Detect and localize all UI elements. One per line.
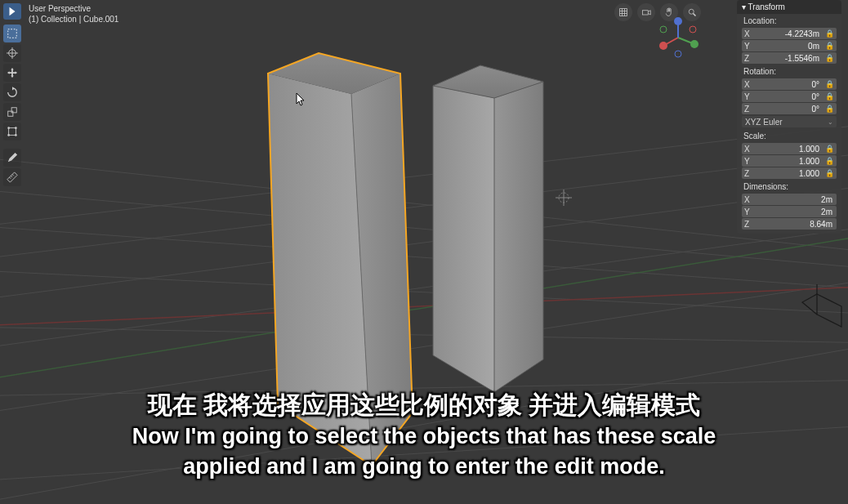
location-y-value: 0m [759, 42, 821, 51]
target-icon [7, 47, 18, 59]
svg-point-52 [690, 26, 696, 33]
tool-select-box[interactable] [3, 25, 21, 42]
location-x-field[interactable]: X -4.2243m 🔒 [742, 28, 837, 39]
grid-icon [618, 7, 628, 17]
transform-panel: ▾ Transform Location: X -4.2243m 🔒 Y 0m … [737, 0, 841, 234]
camera-icon [641, 7, 651, 17]
svg-line-9 [0, 184, 848, 302]
lock-icon[interactable]: 🔒 [824, 105, 834, 113]
svg-rect-43 [643, 11, 649, 15]
dim-y-field[interactable]: Y 2m [742, 206, 837, 217]
rotation-z-field[interactable]: Z 0° 🔒 [742, 103, 837, 114]
lock-icon[interactable]: 🔒 [824, 169, 834, 177]
object-mode-select[interactable] [3, 3, 21, 20]
rotation-mode-dropdown[interactable]: XYZ Euler ⌄ [742, 116, 837, 127]
hdr-btn-camera[interactable] [637, 3, 655, 21]
scale-y-field[interactable]: Y 1.000 🔒 [742, 155, 837, 167]
svg-rect-34 [11, 108, 16, 113]
svg-line-8 [0, 151, 848, 261]
nav-gizmo[interactable] [655, 15, 701, 60]
dim-z-field[interactable]: Z 8.64m [742, 218, 837, 230]
cursor-3d [556, 190, 572, 206]
viewport-header-text: User Perspective (1) Collection | Cube.0… [29, 3, 118, 25]
rotation-x-value: 0° [759, 80, 821, 89]
axis-label: Z [744, 220, 759, 229]
svg-point-50 [690, 40, 698, 48]
svg-line-2 [0, 225, 848, 290]
location-z-value: -1.5546m [759, 54, 821, 63]
scale-z-value: 1.000 [759, 169, 821, 178]
rotation-x-field[interactable]: X 0° 🔒 [742, 78, 837, 90]
axis-label: Z [744, 54, 759, 63]
tool-transform[interactable] [3, 123, 21, 140]
axis-label: Y [744, 207, 759, 216]
hdr-btn-grid[interactable] [614, 3, 632, 21]
svg-line-40 [10, 177, 11, 179]
toolbar-left [3, 25, 21, 186]
transform-icon [7, 126, 18, 137]
scale-label: Scale: [737, 129, 841, 142]
rotation-y-value: 0° [759, 92, 821, 101]
svg-line-4 [0, 327, 848, 343]
svg-rect-35 [9, 128, 16, 136]
select-box-icon [7, 28, 18, 39]
scale-y-value: 1.000 [759, 157, 821, 166]
rotation-label: Rotation: [737, 65, 841, 78]
dim-z-value: 8.64m [759, 220, 834, 229]
pencil-icon [7, 152, 18, 163]
svg-point-39 [15, 134, 17, 136]
lock-icon[interactable]: 🔒 [824, 92, 834, 100]
camera-object[interactable] [802, 284, 841, 327]
location-label: Location: [737, 14, 841, 27]
svg-marker-18 [433, 86, 494, 392]
perspective-label: User Perspective [29, 3, 118, 14]
svg-line-11 [0, 278, 848, 417]
svg-point-36 [7, 127, 10, 129]
axis-label: X [744, 29, 759, 38]
tool-cursor[interactable] [3, 44, 21, 62]
dim-x-field[interactable]: X 2m [742, 194, 837, 205]
axis-label: X [744, 195, 759, 204]
svg-point-37 [15, 127, 17, 129]
svg-point-38 [7, 134, 10, 136]
svg-point-53 [660, 26, 667, 33]
cube-unselected[interactable] [433, 65, 543, 392]
rotation-mode-value: XYZ Euler [745, 118, 783, 127]
lock-icon[interactable]: 🔒 [824, 54, 834, 62]
svg-point-49 [659, 42, 667, 50]
tool-rotate[interactable] [3, 83, 21, 101]
scale-z-field[interactable]: Z 1.000 🔒 [742, 167, 837, 179]
lock-icon[interactable]: 🔒 [824, 145, 834, 153]
lock-icon[interactable]: 🔒 [824, 80, 834, 88]
location-y-field[interactable]: Y 0m 🔒 [742, 40, 837, 51]
tool-measure[interactable] [3, 168, 21, 186]
svg-line-6 [0, 425, 848, 482]
rotation-z-value: 0° [759, 105, 821, 114]
svg-line-10 [0, 225, 848, 351]
svg-line-12 [0, 343, 848, 504]
svg-point-51 [674, 17, 682, 25]
svg-line-5 [0, 380, 848, 396]
cube-selected[interactable] [268, 53, 413, 466]
location-x-value: -4.2243m [759, 29, 821, 38]
rotation-y-field[interactable]: Y 0° 🔒 [742, 91, 837, 102]
collection-label: (1) Collection | Cube.001 [29, 14, 118, 25]
lock-icon[interactable]: 🔒 [824, 42, 834, 50]
rotate-icon [7, 87, 18, 98]
scale-x-field[interactable]: X 1.000 🔒 [742, 143, 837, 154]
transform-panel-header[interactable]: ▾ Transform [737, 0, 841, 14]
tool-move[interactable] [3, 64, 21, 82]
tool-annotate[interactable] [3, 149, 21, 167]
axis-label: Z [744, 105, 759, 114]
lock-icon[interactable]: 🔒 [824, 29, 834, 38]
tool-scale[interactable] [3, 103, 21, 121]
viewport-3d[interactable]: User Perspective (1) Collection | Cube.0… [0, 0, 848, 504]
axis-label: Y [744, 92, 759, 101]
cursor-play-icon [7, 6, 18, 17]
location-z-field[interactable]: Z -1.5546m 🔒 [742, 52, 837, 64]
lock-icon[interactable]: 🔒 [824, 157, 834, 165]
axis-label: X [744, 80, 759, 89]
dimensions-label: Dimensions: [737, 180, 841, 193]
chevron-down-icon: ⌄ [828, 118, 833, 126]
ruler-icon [7, 172, 18, 183]
